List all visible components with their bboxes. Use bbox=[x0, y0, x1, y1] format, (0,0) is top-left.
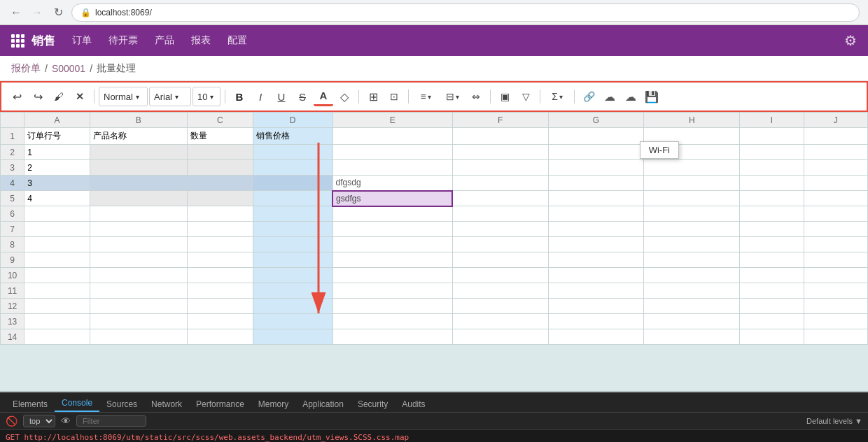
col-header-E[interactable]: E bbox=[332, 113, 452, 128]
font-dropdown[interactable]: Arial ▾ bbox=[149, 87, 191, 106]
cloud1-button[interactable]: ☁ bbox=[600, 87, 620, 106]
nav-pending[interactable]: 待开票 bbox=[108, 34, 138, 47]
col-header-G[interactable]: G bbox=[548, 113, 644, 128]
col-header-D[interactable]: D bbox=[253, 113, 332, 128]
cell-G5[interactable] bbox=[548, 191, 644, 206]
cell-C5[interactable] bbox=[187, 191, 253, 206]
clear-console-icon[interactable]: 🚫 bbox=[6, 415, 18, 427]
col-header-B[interactable]: B bbox=[90, 113, 187, 128]
breadcrumb-part1[interactable]: 报价单 bbox=[11, 62, 41, 75]
cell-H4[interactable] bbox=[644, 176, 740, 191]
nav-orders[interactable]: 订单 bbox=[72, 34, 92, 47]
cell-G3[interactable] bbox=[548, 160, 644, 176]
cell-G4[interactable] bbox=[548, 176, 644, 191]
tab-performance[interactable]: Performance bbox=[189, 397, 251, 412]
cell-F3[interactable] bbox=[452, 160, 548, 176]
cell-E1[interactable] bbox=[332, 128, 452, 145]
tab-memory[interactable]: Memory bbox=[251, 397, 295, 412]
cloud2-button[interactable]: ☁ bbox=[621, 87, 640, 106]
cell-C2[interactable] bbox=[187, 145, 253, 160]
filter-input[interactable] bbox=[76, 415, 146, 427]
refresh-button[interactable]: ↻ bbox=[50, 5, 66, 20]
cell-B5[interactable] bbox=[90, 191, 187, 206]
context-dropdown[interactable]: top bbox=[23, 415, 55, 427]
tab-application[interactable]: Application bbox=[295, 397, 351, 412]
link-button[interactable]: 🔗 bbox=[579, 87, 598, 106]
cell-B3[interactable] bbox=[90, 160, 187, 176]
cell-F2[interactable] bbox=[452, 145, 548, 160]
tab-audits[interactable]: Audits bbox=[395, 397, 432, 412]
cell-A5[interactable]: 4 bbox=[24, 191, 90, 206]
bold-button[interactable]: B bbox=[230, 87, 249, 106]
address-bar[interactable]: 🔒 localhost:8069/ bbox=[71, 3, 860, 22]
cell-J3[interactable] bbox=[804, 160, 867, 176]
cell-J5[interactable] bbox=[804, 191, 867, 206]
nav-reports[interactable]: 报表 bbox=[191, 34, 211, 47]
col-header-A[interactable]: A bbox=[24, 113, 90, 128]
valign-button[interactable]: ⊟▾ bbox=[440, 87, 465, 106]
size-dropdown[interactable]: 10 ▾ bbox=[192, 87, 220, 106]
tab-network[interactable]: Network bbox=[144, 397, 189, 412]
cell-I5[interactable] bbox=[740, 191, 804, 206]
cell-G2[interactable] bbox=[548, 145, 644, 160]
save-button[interactable]: 💾 bbox=[642, 87, 662, 106]
strikethrough-button[interactable]: S bbox=[293, 87, 312, 106]
cell-D4[interactable] bbox=[253, 176, 332, 191]
cell-B1[interactable]: 产品名称 bbox=[90, 128, 187, 145]
col-header-I[interactable]: I bbox=[740, 113, 804, 128]
tab-security[interactable]: Security bbox=[351, 397, 395, 412]
style-dropdown[interactable]: Normal ▾ bbox=[99, 87, 148, 106]
cell-D5[interactable] bbox=[253, 191, 332, 206]
cell-A3[interactable]: 2 bbox=[24, 160, 90, 176]
tab-elements[interactable]: Elements bbox=[6, 397, 55, 412]
cell-D2[interactable] bbox=[253, 145, 332, 160]
eye-icon[interactable]: 👁 bbox=[61, 415, 71, 427]
cell-G1[interactable] bbox=[548, 128, 644, 145]
cell-I1[interactable] bbox=[740, 128, 804, 145]
cell-C1[interactable]: 数量 bbox=[187, 128, 253, 145]
back-button[interactable]: ← bbox=[8, 5, 24, 20]
format-paint-button[interactable]: 🖌 bbox=[49, 87, 69, 106]
user-icon[interactable]: ⚙ bbox=[844, 32, 857, 49]
col-header-H[interactable]: H bbox=[644, 113, 740, 128]
cell-C4[interactable] bbox=[187, 176, 253, 191]
tab-sources[interactable]: Sources bbox=[99, 397, 144, 412]
col-header-F[interactable]: F bbox=[452, 113, 548, 128]
cell-E2[interactable] bbox=[332, 145, 452, 160]
cell-J1[interactable] bbox=[804, 128, 867, 145]
grid-icon[interactable] bbox=[11, 34, 24, 48]
cell-J4[interactable] bbox=[804, 176, 867, 191]
cell-A1[interactable]: 订单行号 bbox=[24, 128, 90, 145]
filter-button[interactable]: ▽ bbox=[516, 87, 536, 106]
clear-format-button[interactable]: ✕ bbox=[70, 87, 90, 106]
forward-button[interactable]: → bbox=[29, 5, 45, 20]
italic-button[interactable]: I bbox=[251, 87, 270, 106]
borders-button[interactable]: ⊞ bbox=[363, 87, 383, 106]
underline-button[interactable]: U bbox=[272, 87, 291, 106]
cell-B4[interactable] bbox=[90, 176, 187, 191]
cell-E3[interactable] bbox=[332, 160, 452, 176]
cell-I2[interactable] bbox=[740, 145, 804, 160]
nav-config[interactable]: 配置 bbox=[227, 34, 247, 47]
wrap-button[interactable]: ⇔ bbox=[466, 87, 486, 106]
undo-button[interactable]: ↩ bbox=[7, 87, 27, 106]
cell-I3[interactable] bbox=[740, 160, 804, 176]
cell-E4[interactable]: dfgsdg bbox=[332, 176, 452, 191]
cell-F1[interactable] bbox=[452, 128, 548, 145]
col-header-J[interactable]: J bbox=[804, 113, 867, 128]
tab-console[interactable]: Console bbox=[55, 395, 99, 412]
cell-D3[interactable] bbox=[253, 160, 332, 176]
cell-I4[interactable] bbox=[740, 176, 804, 191]
cell-F5[interactable] bbox=[452, 191, 548, 206]
cell-A2[interactable]: 1 bbox=[24, 145, 90, 160]
cell-D1[interactable]: 销售价格 bbox=[253, 128, 332, 145]
default-levels[interactable]: Default levels ▼ bbox=[806, 417, 862, 425]
cell-B2[interactable] bbox=[90, 145, 187, 160]
cell-C3[interactable] bbox=[187, 160, 253, 176]
cell-H5[interactable] bbox=[644, 191, 740, 206]
nav-products[interactable]: 产品 bbox=[155, 34, 174, 47]
cell-H3[interactable] bbox=[644, 160, 740, 176]
freeze-button[interactable]: ▣ bbox=[495, 87, 514, 106]
cell-F4[interactable] bbox=[452, 176, 548, 191]
formula-button[interactable]: Σ▾ bbox=[545, 87, 570, 106]
